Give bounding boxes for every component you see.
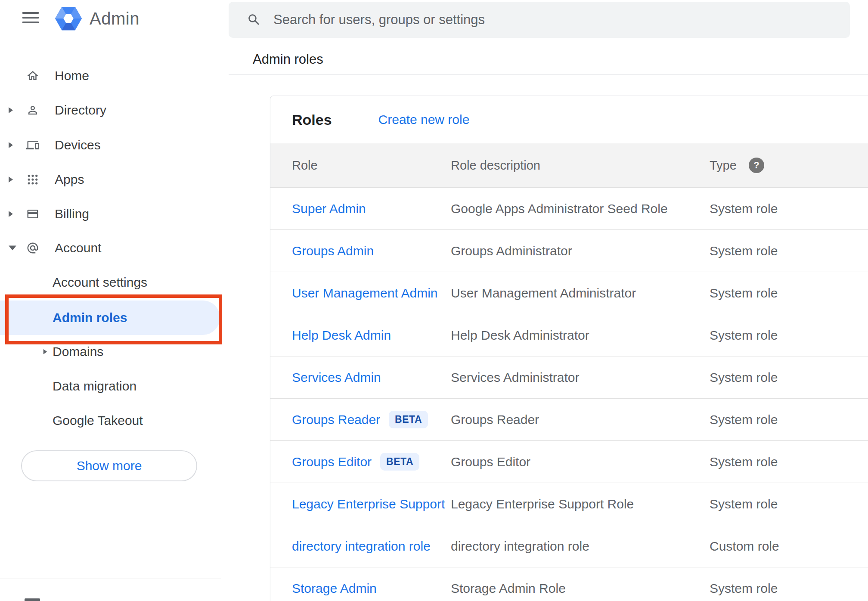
chevron-right-icon[interactable] bbox=[9, 177, 13, 183]
card-title: Roles bbox=[292, 112, 332, 128]
sidebar-item-directory[interactable]: Directory bbox=[0, 93, 221, 127]
table-row: Help Desk Admin Help Desk Administrator … bbox=[270, 314, 868, 356]
beta-badge: BETA bbox=[389, 411, 428, 428]
role-type: System role bbox=[710, 244, 868, 258]
app-logo[interactable]: Admin bbox=[55, 6, 140, 31]
role-description: directory integration role bbox=[451, 539, 710, 554]
sidebar-item-label: Admin roles bbox=[53, 310, 127, 325]
sidebar-item-account-settings[interactable]: Account settings bbox=[0, 265, 221, 300]
role-link[interactable]: User Management Admin bbox=[292, 286, 438, 300]
chevron-right-icon[interactable] bbox=[9, 142, 13, 148]
role-type: System role bbox=[710, 201, 868, 216]
chevron-right-icon[interactable] bbox=[9, 211, 13, 217]
hamburger-menu-icon[interactable] bbox=[22, 12, 39, 25]
roles-card: Roles Create new role Role Role descript… bbox=[270, 96, 868, 601]
beta-badge: BETA bbox=[380, 453, 419, 471]
role-link[interactable]: Groups Reader bbox=[292, 412, 380, 427]
sidebar-item-label: Apps bbox=[55, 172, 84, 187]
role-link[interactable]: Groups Editor bbox=[292, 455, 372, 469]
devices-icon bbox=[26, 139, 39, 152]
table-header-row: Role Role description Type ? bbox=[270, 143, 868, 188]
role-description: User Management Administrator bbox=[451, 286, 710, 300]
sidebar-item-home[interactable]: Home bbox=[0, 59, 221, 93]
column-header-type: Type bbox=[710, 158, 737, 173]
role-description: Legacy Enterprise Support Role bbox=[451, 497, 710, 511]
role-description: Groups Reader bbox=[451, 412, 710, 427]
chevron-right-icon[interactable] bbox=[9, 107, 13, 113]
role-link[interactable]: Help Desk Admin bbox=[292, 328, 391, 343]
sidebar-item-label: Account bbox=[55, 241, 101, 255]
chevron-down-icon[interactable] bbox=[9, 246, 16, 251]
role-description: Storage Admin Role bbox=[451, 581, 710, 596]
sidebar-item-label: Data migration bbox=[53, 379, 136, 393]
roles-table-body: Super Admin Google Apps Administrator Se… bbox=[270, 188, 868, 601]
chevron-right-icon[interactable] bbox=[43, 349, 47, 354]
apps-grid-icon bbox=[26, 173, 39, 186]
table-row: Groups Admin Groups Administrator System… bbox=[270, 230, 868, 272]
role-type: System role bbox=[710, 286, 868, 300]
help-icon[interactable]: ? bbox=[749, 158, 764, 173]
at-sign-icon bbox=[26, 242, 39, 254]
credit-card-icon bbox=[26, 208, 39, 220]
person-icon bbox=[26, 104, 39, 117]
table-row: Legacy Enterprise Support Legacy Enterpr… bbox=[270, 483, 868, 525]
role-type: System role bbox=[710, 497, 868, 511]
sidebar-item-label: Devices bbox=[55, 138, 101, 152]
table-row: Super Admin Google Apps Administrator Se… bbox=[270, 188, 868, 230]
table-row: User Management Admin User Management Ad… bbox=[270, 272, 868, 314]
sidebar-item-apps[interactable]: Apps bbox=[0, 162, 221, 197]
sidebar-bottom-divider bbox=[0, 579, 221, 579]
sidebar-item-label: Billing bbox=[55, 207, 89, 221]
admin-hexagon-logo-icon bbox=[55, 6, 82, 31]
column-header-description: Role description bbox=[451, 158, 710, 173]
role-link[interactable]: Services Admin bbox=[292, 370, 381, 385]
header-divider bbox=[229, 74, 868, 74]
create-new-role-link[interactable]: Create new role bbox=[378, 112, 470, 127]
sidebar-item-billing[interactable]: Billing bbox=[0, 197, 221, 231]
search-bar[interactable] bbox=[229, 2, 850, 38]
role-type: System role bbox=[710, 581, 868, 596]
sidebar-item-label: Domains bbox=[53, 344, 103, 359]
role-link[interactable]: directory integration role bbox=[292, 539, 431, 554]
roles-card-titlebar: Roles Create new role bbox=[270, 96, 868, 143]
sidebar-item-domains[interactable]: Domains bbox=[0, 335, 221, 369]
table-row: Services Admin Services Administrator Sy… bbox=[270, 356, 868, 399]
show-more-button[interactable]: Show more bbox=[21, 450, 197, 481]
sidebar-item-google-takeout[interactable]: Google Takeout bbox=[0, 403, 221, 438]
role-link[interactable]: Groups Admin bbox=[292, 244, 374, 258]
role-description: Help Desk Administrator bbox=[451, 328, 710, 343]
role-description: Groups Editor bbox=[451, 455, 710, 469]
table-row: directory integration role directory int… bbox=[270, 525, 868, 567]
role-type: System role bbox=[710, 328, 868, 343]
search-input[interactable] bbox=[273, 12, 790, 28]
sidebar-item-account[interactable]: Account bbox=[0, 231, 221, 265]
breadcrumb: Admin roles bbox=[253, 52, 323, 67]
role-description: Google Apps Administrator Seed Role bbox=[451, 201, 710, 216]
role-link[interactable]: Super Admin bbox=[292, 201, 366, 216]
search-icon bbox=[247, 12, 261, 27]
partially-visible-icon bbox=[25, 598, 40, 601]
sidebar-item-admin-roles-active[interactable]: Admin roles bbox=[0, 300, 220, 335]
sidebar-item-label: Account settings bbox=[53, 275, 147, 290]
role-type: System role bbox=[710, 455, 868, 469]
role-link[interactable]: Legacy Enterprise Support bbox=[292, 497, 445, 511]
home-icon bbox=[26, 69, 39, 82]
role-link[interactable]: Storage Admin bbox=[292, 581, 377, 596]
table-row: Groups Reader BETA Groups Reader System … bbox=[270, 399, 868, 441]
role-description: Groups Administrator bbox=[451, 244, 710, 258]
admin-console-page: Admin Admin roles Home Directory Devices… bbox=[0, 0, 868, 601]
table-row: Storage Admin Storage Admin Role System … bbox=[270, 567, 868, 601]
column-header-role: Role bbox=[292, 158, 451, 173]
sidebar-item-devices[interactable]: Devices bbox=[0, 128, 221, 162]
app-title: Admin bbox=[90, 9, 140, 28]
table-row: Groups Editor BETA Groups Editor System … bbox=[270, 441, 868, 483]
role-type: System role bbox=[710, 370, 868, 385]
role-description: Services Administrator bbox=[451, 370, 710, 385]
sidebar-item-label: Google Takeout bbox=[53, 413, 143, 428]
sidebar-item-label: Directory bbox=[55, 103, 106, 118]
role-type: Custom role bbox=[710, 539, 868, 554]
sidebar-item-label: Home bbox=[55, 68, 89, 83]
sidebar-item-data-migration[interactable]: Data migration bbox=[0, 369, 221, 403]
role-type: System role bbox=[710, 412, 868, 427]
